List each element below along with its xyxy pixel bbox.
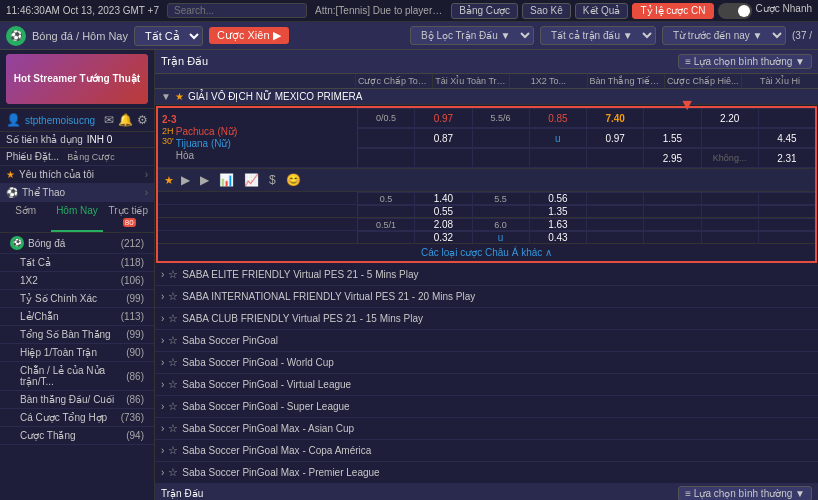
m2-e2[interactable] [586,205,643,217]
odds-tx-2[interactable]: 4.45 [758,128,815,147]
m2-h2[interactable] [358,205,414,217]
odds-na-3[interactable]: Không... [701,148,758,167]
other-bets[interactable]: Các loại cược Châu Á khác ∧ [158,243,815,261]
odds-bt-2[interactable]: 1.55 [643,128,700,147]
m2-f1[interactable] [643,192,700,204]
odds-ch-2[interactable] [701,128,758,147]
ket-qua-button[interactable]: Kết Quả [575,3,629,19]
row-star-icon-8[interactable]: ☆ [168,444,178,457]
sport-bongda[interactable]: ⚽ Bóng đá (212) [0,233,154,254]
odds-ch-3[interactable]: 2.31 [758,148,815,167]
bell-icon[interactable]: 🔔 [118,113,133,127]
m3-h2[interactable] [358,231,414,243]
sport-tongso[interactable]: Tổng Số Bàn Thắng (99) [0,326,154,344]
odds-1x2-3[interactable] [586,148,643,167]
odds-handicap-1[interactable]: 0/0.5 [358,108,414,127]
row-star-icon-9[interactable]: ☆ [168,466,178,479]
play-icon[interactable]: ▶ [178,172,193,188]
row-star-icon-6[interactable]: ☆ [168,400,178,413]
odds-val-3[interactable] [414,148,471,167]
sport-cuocthang[interactable]: Cược Thắng (94) [0,427,154,445]
row-star-icon-1[interactable]: ☆ [168,290,178,303]
virtual-game-7[interactable]: › ☆ Saba Soccer PinGoal Max - Asian Cup [155,418,818,440]
m3-g1[interactable] [701,218,758,230]
m3-e1[interactable] [586,218,643,230]
m3-v2[interactable]: 0.32 [414,231,471,243]
odds-1x2-1[interactable]: 7.40 [586,108,643,127]
virtual-game-5[interactable]: › ☆ Saba Soccer PinGoal - Virtual League [155,374,818,396]
virtual-game-1[interactable]: › ☆ SABA INTERNATIONAL FRIENDLY Virtual … [155,286,818,308]
m3-g2[interactable] [701,231,758,243]
the-thao-menu[interactable]: ⚽ Thể Thao › [0,184,154,202]
team1-name[interactable]: Pachuca (Nữ) [176,126,238,137]
odds-handicap-3[interactable] [358,148,414,167]
sport-bantdau[interactable]: Bàn thắng Đầu/ Cuối (86) [0,391,154,409]
sport-tatca[interactable]: Tất Cả (118) [0,254,154,272]
m3-t1[interactable]: 6.0 [472,218,529,230]
m3-v1[interactable]: 2.08 [414,218,471,230]
virtual-game-3[interactable]: › ☆ Saba Soccer PinGoal [155,330,818,352]
m3-e2[interactable] [586,231,643,243]
row-star-icon-2[interactable]: ☆ [168,312,178,325]
odds-val-2[interactable]: 0.87 [414,128,471,147]
sao-ke-button[interactable]: Sao Kê [522,3,571,19]
bang-cuoc-button[interactable]: Bảng Cược [451,3,518,19]
m2-v1[interactable]: 1.40 [414,192,471,204]
row-star-icon-3[interactable]: ☆ [168,334,178,347]
m3-x2[interactable]: 0.43 [529,231,586,243]
sport-chanlenu[interactable]: Chẵn / Lẻ của Nửa trận/T... (86) [0,362,154,391]
row-star-icon-4[interactable]: ☆ [168,356,178,369]
tab-som[interactable]: Sớm [0,202,51,232]
m3-t2[interactable]: u [472,231,529,243]
virtual-game-4[interactable]: › ☆ Saba Soccer PinGoal - World Cup [155,352,818,374]
m2-f2[interactable] [643,205,700,217]
message-icon[interactable]: ✉ [104,113,114,127]
m3-x1[interactable]: 1.63 [529,218,586,230]
virtual-game-6[interactable]: › ☆ Saba Soccer PinGoal - Super League [155,396,818,418]
m3-h1[interactable]: 0.5/1 [358,218,414,230]
m2-h1b[interactable] [758,192,815,204]
m3-h2b[interactable] [758,231,815,243]
odds-tai-2[interactable] [472,128,529,147]
m3-f1[interactable] [643,218,700,230]
row-star-icon[interactable]: ☆ [168,268,178,281]
m2-t1[interactable]: 5.5 [472,192,529,204]
bottom-filter-button[interactable]: ≡ Lựa chọn bình thường ▼ [678,486,812,500]
odds-tai-3[interactable] [472,148,529,167]
sport-tychinhxac[interactable]: Tỷ Số Chính Xác (99) [0,290,154,308]
star-icon-toolbar[interactable]: ★ [164,174,174,187]
section-mexico[interactable]: ▼ ★ GIẢI VÔ ĐỊCH NỮ MEXICO PRIMERA [155,89,818,105]
m2-v2[interactable]: 0.55 [414,205,471,217]
m2-x1[interactable]: 0.56 [529,192,586,204]
odds-xiu-1[interactable]: 0.85 [529,108,586,127]
video-icon[interactable]: ▶ [197,172,212,188]
filter-button[interactable]: ≡ Lựa chọn bình thường ▼ [678,54,812,69]
ty-le-cuoc-button[interactable]: Tỷ lệ cược CN [632,3,713,19]
m2-h1[interactable]: 0.5 [358,192,414,204]
tran-dau-select[interactable]: Tất cả trận đấu ▼ [540,26,656,45]
m2-x2[interactable]: 1.35 [529,205,586,217]
odds-tai-1[interactable]: 5.5/6 [472,108,529,127]
odds-xiu-2[interactable]: u [529,128,586,147]
phieu-dat-menu[interactable]: Phiếu Đặt... Bảng Cược [0,148,154,166]
money-icon[interactable]: $ [266,172,279,188]
sport-hiep1[interactable]: Hiệp 1/Toàn Trận (90) [0,344,154,362]
bo-loc-select[interactable]: Bộ Lọc Trận Đấu ▼ [410,26,534,45]
m2-e1[interactable] [586,192,643,204]
time-select[interactable]: Từ trước đến nay ▼ [662,26,786,45]
row-star-icon-7[interactable]: ☆ [168,422,178,435]
search-input[interactable] [167,3,307,18]
m2-g1[interactable] [701,192,758,204]
chart-icon[interactable]: 📈 [241,172,262,188]
odds-val-1[interactable]: 0.97 [414,108,471,127]
odds-xiu-3[interactable] [529,148,586,167]
emoji-icon[interactable]: 😊 [283,172,304,188]
row-star-icon-5[interactable]: ☆ [168,378,178,391]
odds-ch-1[interactable]: 2.20 [701,108,758,127]
stats-icon[interactable]: 📊 [216,172,237,188]
settings-icon[interactable]: ⚙ [137,113,148,127]
team2-name[interactable]: Tijuana (Nữ) [176,138,238,149]
odds-bt-3[interactable]: 2.95 [643,148,700,167]
odds-1x2-2[interactable]: 0.97 [586,128,643,147]
sport-cacuoc[interactable]: Cá Cược Tổng Hợp (736) [0,409,154,427]
